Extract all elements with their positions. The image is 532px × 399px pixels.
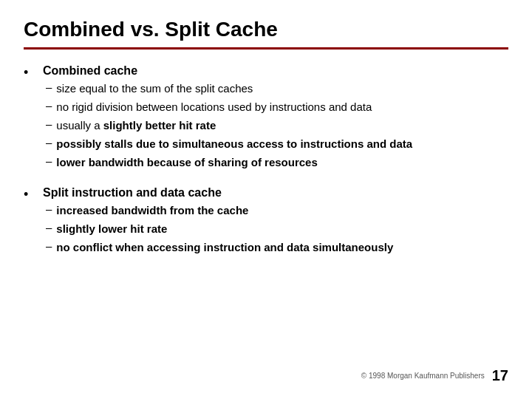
bullet-1-sub-2: – no rigid division between locations us… — [43, 99, 412, 115]
sub-text: size equal to the sum of the split cache… — [56, 81, 253, 96]
dash: – — [46, 99, 52, 112]
dash: – — [46, 239, 52, 252]
sub-text: lower bandwidth because of sharing of re… — [56, 154, 317, 170]
bullet-2-sub-3: – no conflict when accessing instruction… — [43, 239, 393, 255]
bullet-2-sub-2: – slightly lower hit rate — [43, 221, 393, 236]
sub-text: slightly lower hit rate — [56, 221, 167, 236]
content-area: • Combined cache – size equal to the sum… — [24, 64, 508, 361]
bullet-2-main: Split instruction and data cache — [43, 186, 393, 200]
sub-text: possibly stalls due to simultaneous acce… — [56, 136, 412, 151]
dash: – — [46, 154, 52, 167]
bullet-1-sub-5: – lower bandwidth because of sharing of … — [43, 154, 412, 170]
bullet-1-main: Combined cache — [43, 64, 412, 78]
bullet-1-sub-3: – usually a slightly better hit rate — [43, 117, 412, 133]
slide: Combined vs. Split Cache • Combined cach… — [0, 0, 532, 399]
sub-text: increased bandwidth from the cache — [56, 202, 248, 218]
footer-copyright: © 1998 Morgan Kaufmann Publishers — [361, 372, 485, 380]
bullet-dot-2: • — [24, 187, 35, 202]
bullet-2: • Split instruction and data cache – inc… — [24, 186, 508, 255]
dash: – — [46, 81, 52, 93]
title-area: Combined vs. Split Cache — [24, 18, 508, 50]
bullet-2-sub-1: – increased bandwidth from the cache — [43, 202, 393, 218]
slide-title: Combined vs. Split Cache — [24, 18, 508, 41]
bullet-1-sub-1: – size equal to the sum of the split cac… — [43, 81, 412, 96]
bullet-dot-1: • — [24, 65, 35, 81]
bullet-2-content: Split instruction and data cache – incre… — [43, 186, 393, 255]
dash: – — [46, 117, 52, 130]
sub-text: no rigid division between locations used… — [56, 99, 372, 115]
bullet-1-sub-4: – possibly stalls due to simultaneous ac… — [43, 136, 412, 151]
footer: © 1998 Morgan Kaufmann Publishers 17 — [24, 361, 508, 384]
sub-text: usually a slightly better hit rate — [56, 117, 216, 133]
dash: – — [46, 221, 52, 233]
dash: – — [46, 202, 52, 215]
sub-text: no conflict when accessing instruction a… — [56, 239, 393, 255]
bullet-1: • Combined cache – size equal to the sum… — [24, 64, 508, 170]
dash: – — [46, 136, 52, 149]
bullet-1-content: Combined cache – size equal to the sum o… — [43, 64, 412, 170]
footer-page-number: 17 — [492, 367, 508, 384]
